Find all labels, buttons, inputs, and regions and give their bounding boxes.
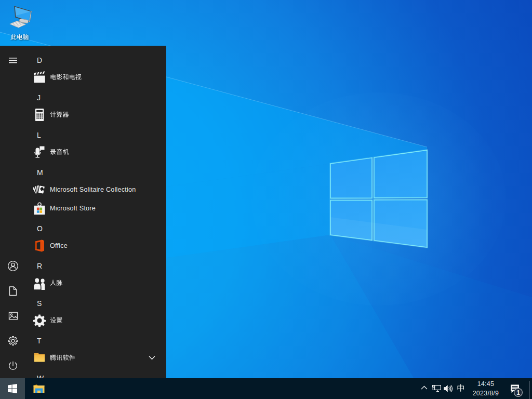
svg-text:1: 1 <box>516 389 520 396</box>
